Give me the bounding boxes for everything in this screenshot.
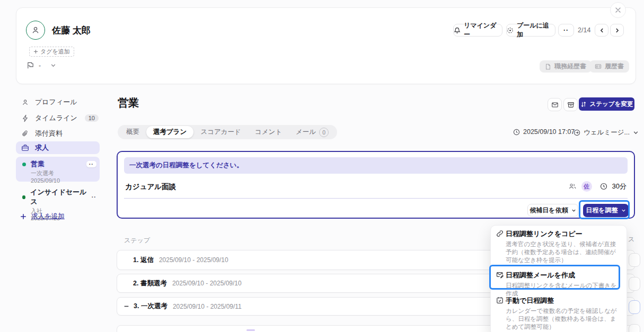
document-icon	[545, 64, 551, 70]
avatar	[26, 21, 45, 40]
step-action-fragment[interactable]	[629, 253, 640, 267]
plus-icon	[20, 213, 27, 220]
tab-scorecard[interactable]: スコアカード	[193, 126, 248, 138]
sidebar-item-profile[interactable]: プロフィール	[16, 96, 100, 109]
tab-mail[interactable]: メール 0	[289, 126, 336, 138]
candidate-name: 佐藤 太郎	[52, 24, 91, 37]
tab-label: スコアカード	[200, 128, 241, 137]
zap-icon	[21, 114, 29, 122]
tab-bar: 概要 選考プラン スコアカード コメント メール 0	[118, 125, 337, 139]
archive-button[interactable]	[563, 98, 578, 111]
work-history-label: 職務経歴書	[554, 62, 586, 71]
status-dot	[22, 163, 26, 166]
collapse-icon[interactable]	[123, 303, 129, 309]
step-dates: 2025/09/10 - 2025/09/10	[172, 280, 242, 287]
sidebar-item-jobs[interactable]: 求人	[16, 141, 100, 154]
candidate-header-card	[16, 7, 636, 84]
menu-item-title: 日程調整リンクをコピー	[506, 229, 620, 239]
add-job-link[interactable]: 求人を追加	[20, 212, 65, 221]
link-icon	[496, 230, 504, 237]
step-action-fragment[interactable]	[629, 277, 640, 291]
source-selector[interactable]: ウェルミージ...	[574, 128, 639, 137]
step-label: 3. 一次選考	[134, 302, 167, 311]
sidebar-item-label: プロフィール	[35, 97, 77, 107]
send-mail-button[interactable]	[548, 98, 562, 111]
schedule-label: 日程を調整	[586, 206, 617, 215]
tab-label: 概要	[126, 128, 139, 137]
job-date: 2025/09/10	[31, 177, 96, 184]
person-icon	[21, 98, 29, 106]
add-tag-button[interactable]: タグを追加	[29, 47, 74, 57]
id-card-icon	[595, 63, 602, 70]
step-label: 2. 書類選考	[133, 279, 167, 288]
clock-icon	[513, 129, 520, 136]
sidebar-item-label: 求人	[35, 143, 49, 152]
add-to-pool-button[interactable]: プールに追加	[506, 24, 555, 37]
interviewer-avatar: 佐	[581, 181, 592, 192]
step-action-fragment[interactable]	[629, 300, 640, 314]
archive-icon	[567, 101, 575, 109]
more-actions-button[interactable]: ··	[558, 24, 574, 37]
rating-selector[interactable]: -	[27, 61, 56, 69]
job-more-button[interactable]: ··	[86, 161, 96, 167]
close-icon	[615, 7, 621, 13]
request-dates-button[interactable]: 候補日を依頼	[527, 204, 578, 217]
menu-item-create-email[interactable]: 日程調整メールを作成 日程調整リンクを含むメールの下書きを作成	[491, 269, 627, 298]
schedule-dropdown-menu: 日程調整リンクをコピー 選考官の空き状況を送り、候補者が直接予約（複数予定ある場…	[490, 225, 627, 332]
menu-item-manual-schedule[interactable]: 手動で日程調整 カレンダーで複数名の予定を確認しながら、日程を調整（複数枠ある場…	[491, 294, 627, 331]
step-dates: 2025/09/10 - 2025/09/11	[173, 303, 242, 310]
mail-icon	[551, 101, 559, 109]
steps-header-fragment: ス	[628, 235, 634, 244]
step-action-fragment[interactable]	[629, 324, 640, 332]
chevron-left-icon	[599, 28, 604, 33]
add-tag-label: タグを追加	[40, 48, 70, 56]
task-banner: 一次選考の日程調整をしてください。	[124, 157, 628, 174]
work-history-button[interactable]: 職務経歴書	[540, 60, 592, 73]
tab-selection-plan[interactable]: 選考プラン	[146, 126, 193, 138]
pagination-counter: 2/14	[578, 26, 590, 34]
tab-label: コメント	[255, 128, 282, 137]
paperclip-icon	[21, 130, 29, 138]
step-label: 1. 返信	[133, 256, 154, 265]
menu-item-description: カレンダーで複数名の予定を確認しながら、日程を調整（複数枠ある場合は、まとめて調…	[506, 307, 621, 331]
duration-value: 30分	[612, 182, 627, 191]
sidebar-item-label: 添付資料	[35, 129, 63, 138]
tab-comments[interactable]: コメント	[248, 126, 289, 138]
steps-label: ステップ	[124, 236, 150, 245]
briefcase-icon	[21, 144, 29, 152]
step-row-4-content-fragment	[246, 329, 255, 331]
tab-overview[interactable]: 概要	[119, 126, 146, 138]
clock-icon	[600, 183, 607, 190]
calendar-check-icon	[496, 297, 504, 304]
mail-compose-icon	[496, 271, 504, 279]
job-item-sales[interactable]: 営業 ·· 一次選考 2025/09/10	[16, 157, 100, 182]
tab-label: 選考プラン	[153, 128, 187, 137]
flag-icon	[27, 61, 34, 69]
step-dates: 2025/09/10 - 2025/09/10	[159, 256, 228, 264]
timestamp: 2025/09/10 17:07	[523, 128, 575, 136]
rating-value: -	[39, 62, 41, 69]
schedule-button[interactable]: 日程を調整	[583, 204, 629, 217]
source-label: ウェルミージ...	[584, 128, 630, 137]
request-dates-label: 候補日を依頼	[530, 206, 568, 215]
people-icon	[568, 182, 577, 191]
person-icon	[31, 25, 40, 35]
chevron-down-icon	[633, 130, 639, 136]
menu-item-copy-link[interactable]: 日程調整リンクをコピー 選考官の空き状況を送り、候補者が直接予約（複数予定ある場…	[491, 228, 627, 264]
prev-candidate-button[interactable]	[595, 24, 608, 37]
reminder-label: リマインダー	[464, 21, 502, 39]
page-title: 営業	[118, 96, 139, 110]
menu-item-title: 手動で日程調整	[506, 296, 620, 306]
add-job-label: 求人を追加	[31, 212, 65, 221]
job-more-button[interactable]: ··	[92, 194, 96, 200]
job-item-inside-sales[interactable]: インサイドセールス ·· 入社 2025/07/23	[16, 185, 100, 210]
job-title: 営業	[31, 159, 45, 169]
reminder-button[interactable]: リマインダー	[453, 24, 502, 37]
change-step-button[interactable]: ステップを変更	[579, 97, 634, 111]
resume-button[interactable]: 履歴書	[589, 60, 629, 73]
sidebar-item-attachments[interactable]: 添付資料	[16, 127, 100, 140]
close-button[interactable]	[610, 2, 626, 18]
next-candidate-button[interactable]	[610, 24, 624, 37]
job-title: インサイドセールス	[30, 187, 86, 207]
sidebar-item-timeline[interactable]: タイムライン 10	[16, 112, 100, 124]
